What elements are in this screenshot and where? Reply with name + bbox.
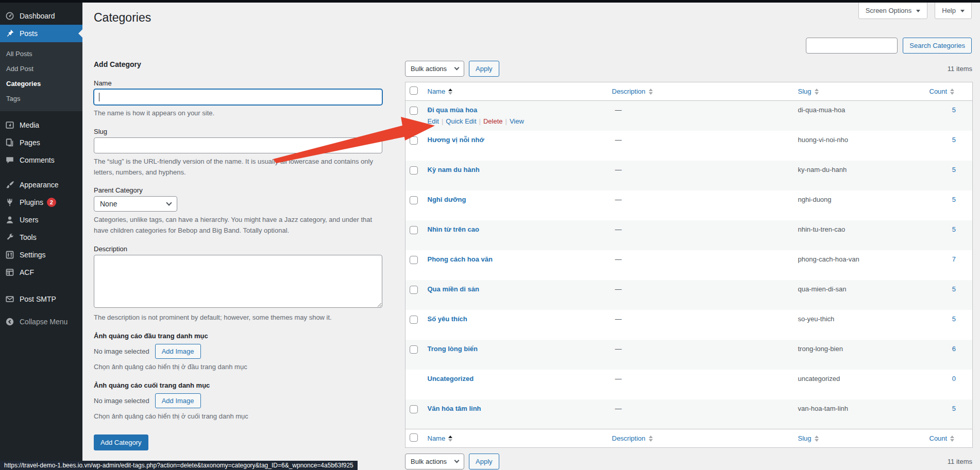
dashboard-icon bbox=[5, 11, 15, 21]
sidebar-item-dashboard[interactable]: Dashboard bbox=[0, 7, 82, 25]
name-help-text: The name is how it appears on your site. bbox=[94, 108, 382, 119]
table-row: Uncategorized — uncategorized 0 bbox=[405, 370, 973, 399]
select-all-checkbox[interactable] bbox=[410, 433, 418, 442]
category-name-link[interactable]: Trong lòng biển bbox=[428, 345, 478, 353]
select-all-checkbox[interactable] bbox=[410, 86, 418, 95]
search-categories-button[interactable]: Search Categories bbox=[903, 38, 972, 54]
sort-by-slug[interactable]: Slug bbox=[798, 88, 819, 95]
row-checkbox[interactable] bbox=[410, 226, 418, 234]
sidebar-item-appearance[interactable]: Appearance bbox=[0, 176, 82, 194]
bulk-actions-select[interactable]: Bulk actions bbox=[405, 61, 464, 77]
row-checkbox[interactable] bbox=[410, 345, 418, 354]
sidebar-item-settings[interactable]: Settings bbox=[0, 246, 82, 264]
sidebar-item-media[interactable]: Media bbox=[0, 116, 82, 134]
category-name-link[interactable]: Kỳ nam du hành bbox=[428, 166, 480, 173]
description-label: Description bbox=[94, 245, 382, 253]
no-image-selected-text: No image selected bbox=[94, 347, 149, 355]
delete-link[interactable]: Delete bbox=[483, 117, 503, 125]
row-checkbox[interactable] bbox=[410, 286, 418, 294]
category-name-link[interactable]: Đi qua mùa hoa bbox=[428, 106, 478, 114]
count-link[interactable]: 5 bbox=[952, 285, 956, 293]
count-link[interactable]: 5 bbox=[952, 136, 956, 144]
items-count: 11 items bbox=[948, 458, 972, 465]
count-link[interactable]: 5 bbox=[952, 196, 956, 203]
slug-cell: so-yeu-thich bbox=[794, 310, 930, 340]
sort-by-count[interactable]: Count bbox=[930, 88, 955, 95]
sort-by-description[interactable]: Description bbox=[612, 88, 653, 95]
slug-cell: qua-mien-di-san bbox=[794, 280, 930, 310]
sort-arrows-icon bbox=[815, 89, 819, 95]
sort-by-count[interactable]: Count bbox=[930, 434, 955, 442]
sidebar-item-users[interactable]: Users bbox=[0, 211, 82, 229]
row-checkbox[interactable] bbox=[410, 166, 418, 175]
apply-button[interactable]: Apply bbox=[469, 61, 499, 77]
sort-by-name[interactable]: Name bbox=[428, 434, 453, 442]
sort-by-slug[interactable]: Slug bbox=[798, 434, 819, 442]
collapse-arrow-icon bbox=[5, 317, 15, 327]
category-name-link[interactable]: Nhìn từ trên cao bbox=[428, 225, 479, 233]
sidebar-item-tools[interactable]: Tools bbox=[0, 229, 82, 246]
sidebar-item-acf[interactable]: ACF bbox=[0, 264, 82, 281]
sidebar-item-pages[interactable]: Pages bbox=[0, 134, 82, 151]
category-name-link[interactable]: Uncategorized bbox=[428, 375, 474, 382]
table-row: Qua miền di sản — qua-mien-di-san 5 bbox=[405, 280, 973, 310]
sidebar-item-tags[interactable]: Tags bbox=[0, 91, 82, 106]
quick-edit-link[interactable]: Quick Edit bbox=[446, 117, 476, 125]
category-name-link[interactable]: Phong cách hoa văn bbox=[428, 255, 493, 263]
search-input[interactable] bbox=[806, 38, 898, 54]
bulk-actions-select[interactable]: Bulk actions bbox=[405, 454, 464, 469]
count-link[interactable]: 0 bbox=[952, 375, 956, 382]
count-link[interactable]: 5 bbox=[952, 315, 956, 323]
add-header-image-button[interactable]: Add Image bbox=[155, 344, 201, 359]
sidebar-item-label: Media bbox=[20, 121, 39, 129]
row-checkbox[interactable] bbox=[410, 107, 418, 115]
help-button[interactable]: Help bbox=[935, 2, 972, 19]
row-checkbox[interactable] bbox=[410, 256, 418, 264]
table-row: Số yêu thích — so-yeu-thich 5 bbox=[405, 310, 973, 340]
category-name-link[interactable]: Nghỉ dưỡng bbox=[428, 196, 466, 203]
apply-button[interactable]: Apply bbox=[469, 454, 499, 469]
category-name-link[interactable]: Văn hóa tâm linh bbox=[428, 405, 481, 412]
category-name-input[interactable] bbox=[94, 89, 382, 105]
screen-options-button[interactable]: Screen Options bbox=[858, 2, 928, 19]
count-link[interactable]: 6 bbox=[952, 345, 956, 353]
row-checkbox[interactable] bbox=[410, 196, 418, 204]
category-description-textarea[interactable] bbox=[94, 255, 382, 308]
view-link[interactable]: View bbox=[510, 117, 524, 125]
sidebar-item-post-smtp[interactable]: Post SMTP bbox=[0, 290, 82, 308]
footer-ad-image-help: Chọn ảnh quảng cáo hiển thị ở cuối trang… bbox=[94, 411, 382, 422]
count-link[interactable]: 5 bbox=[952, 225, 956, 233]
sort-by-description[interactable]: Description bbox=[612, 434, 653, 442]
category-slug-input[interactable] bbox=[94, 137, 382, 153]
screen-meta-links: Screen Options Help bbox=[858, 2, 972, 19]
description-help-text: The description is not prominent by defa… bbox=[94, 312, 382, 323]
sidebar-item-comments[interactable]: Comments bbox=[0, 151, 82, 169]
parent-category-select[interactable]: None bbox=[94, 196, 177, 212]
count-link[interactable]: 5 bbox=[952, 106, 956, 114]
chevron-down-icon bbox=[916, 10, 920, 14]
sidebar-item-plugins[interactable]: Plugins 2 bbox=[0, 194, 82, 211]
category-name-link[interactable]: Số yêu thích bbox=[428, 315, 467, 323]
row-checkbox[interactable] bbox=[410, 136, 418, 145]
sidebar-item-posts[interactable]: Posts bbox=[0, 25, 82, 42]
parent-help-text: Categories, unlike tags, can have a hier… bbox=[94, 215, 382, 236]
sidebar-item-categories[interactable]: Categories bbox=[0, 76, 82, 91]
count-link[interactable]: 5 bbox=[952, 405, 956, 412]
row-checkbox[interactable] bbox=[410, 405, 418, 413]
add-category-submit-button[interactable]: Add Category bbox=[94, 434, 148, 450]
table-row: Nhìn từ trên cao — nhin-tu-tren-cao 5 bbox=[405, 220, 973, 250]
table-row: Phong cách hoa văn — phong-cach-hoa-van … bbox=[405, 250, 973, 280]
collapse-menu-button[interactable]: Collapse Menu bbox=[0, 313, 82, 330]
add-footer-image-button[interactable]: Add Image bbox=[155, 393, 201, 408]
sidebar-item-add-post[interactable]: Add Post bbox=[0, 61, 82, 76]
table-nav-top: Bulk actions Apply 11 items bbox=[405, 60, 972, 77]
sort-by-name[interactable]: Name bbox=[428, 88, 453, 95]
sidebar-item-label: Users bbox=[20, 216, 39, 224]
count-link[interactable]: 7 bbox=[952, 255, 956, 263]
category-name-link[interactable]: Hương vị nỗi nhớ bbox=[428, 136, 484, 144]
sidebar-item-all-posts[interactable]: All Posts bbox=[0, 46, 82, 61]
edit-link[interactable]: Edit bbox=[428, 117, 439, 125]
row-checkbox[interactable] bbox=[410, 316, 418, 324]
count-link[interactable]: 5 bbox=[952, 166, 956, 173]
category-name-link[interactable]: Qua miền di sản bbox=[428, 285, 479, 293]
